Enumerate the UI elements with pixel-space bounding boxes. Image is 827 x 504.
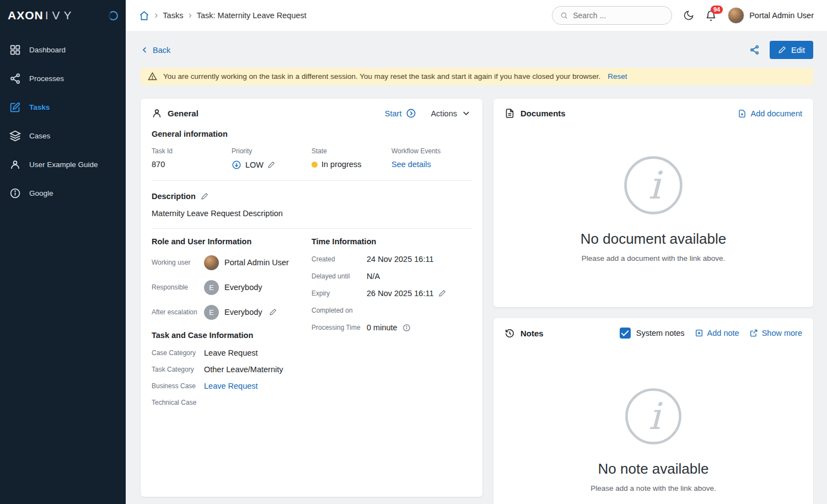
notes-history-icon [504, 328, 515, 339]
priority-value: LOW [245, 160, 264, 169]
see-details-link[interactable]: See details [391, 160, 431, 169]
documents-empty-hint: Please add a document with the link abov… [582, 254, 725, 262]
documents-card-header: Documents Add document [504, 108, 802, 119]
reset-link[interactable]: Reset [608, 72, 627, 81]
back-button[interactable]: Back [141, 46, 170, 55]
sidebar-item-label: Tasks [29, 103, 50, 111]
user-name: Portal Admin User [749, 11, 814, 20]
toolbar-actions: Edit [749, 41, 813, 59]
svg-text:i: i [648, 163, 663, 207]
breadcrumb-tasks[interactable]: Tasks [163, 11, 183, 20]
sidebar-item-google[interactable]: Google [0, 179, 126, 207]
home-icon[interactable] [139, 10, 149, 21]
case-value: Other Leave/Maternity [204, 365, 283, 374]
chevron-right-icon: › [153, 9, 159, 20]
search-input[interactable] [573, 11, 664, 20]
edit-escalation-icon[interactable] [269, 308, 277, 316]
dark-mode-toggle[interactable] [683, 10, 694, 21]
sidebar-item-processes[interactable]: Processes [0, 64, 126, 93]
main-area: › Tasks › Task: Maternity Leave Request … [126, 0, 827, 504]
show-more-link[interactable]: Show more [749, 329, 802, 337]
start-button[interactable]: Start [385, 108, 417, 119]
sidebar-item-label: Dashboard [29, 46, 66, 54]
time-value: 24 Nov 2025 16:11 [367, 255, 433, 264]
notes-empty-title: No note available [598, 460, 709, 478]
sidebar-item-label: Google [29, 189, 53, 197]
add-note-link[interactable]: Add note [695, 329, 739, 337]
sidebar-item-cases[interactable]: Cases [0, 121, 126, 150]
topbar-right: 94 Portal Admin User [552, 6, 814, 25]
completed-on-row: Completed on [312, 305, 471, 316]
processes-icon [9, 73, 21, 84]
processing-time-row: Processing Time 0 minute [312, 322, 471, 333]
notifications-button[interactable]: 94 [705, 10, 717, 22]
priority-label: Priority [232, 147, 312, 155]
created-row: Created 24 Nov 2025 16:11 [312, 254, 471, 265]
chevron-right-icon: › [187, 9, 192, 20]
share-button[interactable] [749, 45, 760, 55]
description-title: Description [152, 192, 196, 201]
breadcrumb-current: Task: Maternity Leave Request [197, 11, 307, 20]
user-menu[interactable]: Portal Admin User [728, 7, 814, 24]
edit-expiry-icon[interactable] [438, 289, 446, 297]
share-icon [749, 45, 760, 55]
case-label: Case Category [152, 349, 204, 357]
expiry-row: Expiry 26 Nov 2025 16:11 [312, 288, 471, 299]
notes-card-header: Notes System notes Add note [504, 328, 802, 339]
user-guide-icon [9, 159, 21, 170]
edit-description-icon[interactable] [201, 192, 208, 200]
role-value: Everybody [224, 308, 262, 317]
add-document-icon [738, 109, 747, 118]
logo-primary-text: AXON [8, 9, 44, 22]
dashboard-icon [9, 44, 21, 56]
general-info-title: General information [152, 130, 471, 138]
time-label: Processing Time [312, 324, 367, 331]
priority-field: Priority LOW [232, 147, 312, 170]
role-title: Role and User Information [152, 237, 312, 246]
system-notes-checkbox[interactable] [620, 328, 631, 339]
logo-secondary-text: IVY [45, 9, 76, 22]
business-case-row: Business Case Leave Request [152, 380, 312, 391]
time-label: Delayed until [312, 272, 367, 280]
case-label: Business Case [152, 382, 204, 390]
add-document-link[interactable]: Add document [738, 109, 802, 118]
actions-dropdown[interactable]: Actions [431, 108, 471, 119]
edit-button[interactable]: Edit [770, 41, 813, 59]
sidebar-toggle-icon[interactable] [109, 11, 118, 20]
logo-row: AXONIVY [0, 0, 126, 31]
delayed-until-row: Delayed until N/A [312, 271, 471, 282]
notes-card: Notes System notes Add note [493, 318, 813, 504]
task-id-value: 870 [152, 160, 232, 169]
show-more-label: Show more [762, 329, 802, 337]
system-notes-label: System notes [636, 329, 685, 337]
technical-case-row: Technical Case [152, 397, 312, 408]
task-id-label: Task Id [152, 147, 232, 155]
notes-title: Notes [520, 329, 544, 338]
documents-empty-state: i No document available Please add a doc… [504, 119, 802, 298]
cases-icon [9, 130, 21, 142]
moon-icon [683, 10, 694, 21]
person-icon [152, 108, 162, 119]
priority-low-icon [232, 160, 241, 170]
search-icon [560, 11, 568, 20]
chevron-down-icon [461, 108, 471, 119]
external-link-icon [749, 329, 758, 337]
svg-text:i: i [648, 395, 663, 438]
workflow-events-field: Workflow Events See details [391, 147, 471, 170]
business-case-link[interactable]: Leave Request [204, 382, 258, 390]
time-label: Completed on [312, 307, 367, 314]
user-avatar [728, 7, 744, 24]
sidebar-item-user-example-guide[interactable]: User Example Guide [0, 150, 126, 179]
state-label: State [312, 147, 391, 155]
case-title: Task and Case Information [152, 331, 312, 340]
edit-priority-icon[interactable] [267, 161, 275, 169]
arrow-right-circle-icon [406, 108, 416, 119]
cards-grid: General Start Actions Gene [141, 99, 813, 504]
notification-badge: 94 [711, 6, 723, 14]
task-category-row: Task Category Other Leave/Maternity [152, 364, 312, 374]
general-card: General Start Actions Gene [141, 99, 482, 497]
sidebar-item-dashboard[interactable]: Dashboard [0, 35, 126, 64]
task-case-section: Task and Case Information Case Category … [152, 331, 312, 408]
processing-time-info-icon[interactable] [402, 324, 411, 332]
sidebar-item-tasks[interactable]: Tasks [0, 93, 126, 121]
